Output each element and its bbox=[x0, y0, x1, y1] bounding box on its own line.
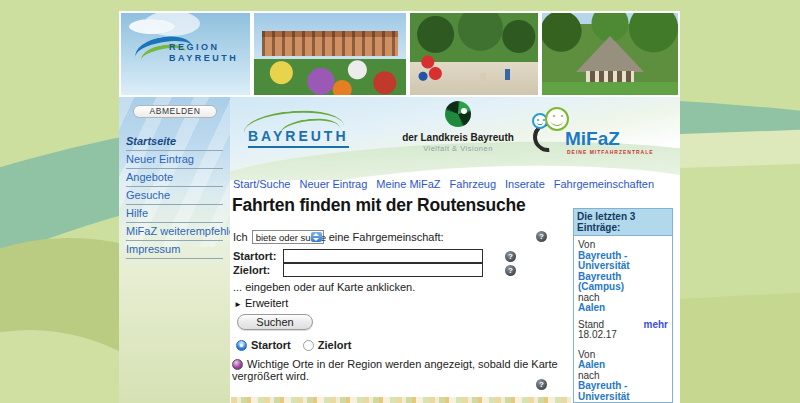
entry-from-link[interactable]: Bayreuth - Universität Bayreuth (Campus) bbox=[578, 251, 668, 293]
latest-entries-list: Von Bayreuth - Universität Bayreuth (Cam… bbox=[574, 236, 672, 403]
startort-label: Startort: bbox=[233, 250, 283, 262]
page-title: Fahrten finden mit der Routensuche bbox=[232, 195, 526, 216]
suchen-button[interactable]: Suchen bbox=[237, 314, 313, 330]
map-note-text: Wichtige Orte in der Region werden angez… bbox=[232, 358, 558, 382]
festspielhaus-building bbox=[262, 31, 398, 56]
logo-strip: BAYREUTH der Landkreis Bayreuth Vielfalt… bbox=[230, 97, 680, 180]
map-help-icon[interactable]: ? bbox=[536, 379, 547, 390]
sidebar-item-neuer-eintrag[interactable]: Neuer Eintrag bbox=[126, 151, 223, 169]
nav-fahrgemeinschaften[interactable]: Fahrgemeinschaften bbox=[554, 178, 654, 190]
child-figure-2 bbox=[480, 73, 486, 82]
stadt-bayreuth-logo[interactable]: BAYREUTH bbox=[248, 127, 349, 148]
sidebar-item-mifaz-weiterempfehlen[interactable]: MiFaZ weiterempfehlen bbox=[126, 223, 223, 241]
sidebar-item-hilfe[interactable]: Hilfe bbox=[126, 205, 223, 223]
fahrgemeinschaft-label: eine Fahrgemeinschaft: bbox=[329, 231, 444, 243]
zielort-row: Zielort: bbox=[233, 263, 483, 277]
zielort-radio-label[interactable]: Zielort bbox=[318, 339, 352, 351]
landkreis-logo-title: der Landkreis Bayreuth bbox=[398, 132, 518, 143]
erweitert-toggle[interactable]: ►Erweitert bbox=[234, 297, 288, 309]
offer-search-row: Ichbiete oder sucheeine Fahrgemeinschaft… bbox=[233, 230, 444, 244]
page-body: ABMELDEN Startseite Neuer Eintrag Angebo… bbox=[119, 97, 680, 403]
region-logo-text: REGION BAYREUTH bbox=[169, 42, 238, 64]
map-edge[interactable] bbox=[231, 397, 571, 403]
von-label: Von bbox=[578, 240, 668, 251]
list-item: Von Bayreuth - Universität Bayreuth (Cam… bbox=[578, 240, 668, 341]
ich-label: Ich bbox=[233, 231, 248, 243]
top-navigation: Start/SucheNeuer EintragMeine MiFaZFahrz… bbox=[233, 178, 663, 190]
radio-row: StartortZielort bbox=[236, 339, 351, 351]
right-band-decoration bbox=[674, 130, 800, 168]
flowerbeds bbox=[254, 59, 406, 95]
entry-to-link[interactable]: Aalen bbox=[578, 303, 668, 314]
farmhouse-wall bbox=[586, 71, 634, 82]
zielort-input[interactable] bbox=[283, 263, 483, 277]
farmhouse-roof bbox=[576, 36, 644, 72]
left-sidebar: ABMELDEN Startseite Neuer Eintrag Angebo… bbox=[119, 97, 230, 403]
mifaz-logo-text: MiFaZ bbox=[565, 128, 620, 150]
red-playground-equipment bbox=[418, 55, 446, 83]
mifaz-logo[interactable]: MiFaZ DEINE MITFAHRZENTRALE bbox=[532, 107, 662, 167]
sidebar-item-impressum[interactable]: Impressum bbox=[126, 241, 223, 259]
startort-input[interactable] bbox=[283, 249, 483, 263]
right-band-decoration-2 bbox=[674, 293, 800, 403]
nav-fahrzeug[interactable]: Fahrzeug bbox=[450, 178, 496, 190]
sidebar-nav: Startseite Neuer Eintrag Angebote Gesuch… bbox=[126, 133, 223, 259]
help-icon[interactable]: ? bbox=[536, 231, 547, 242]
banner-photo-festspielhaus bbox=[252, 11, 408, 97]
banner-photo-farmhouse bbox=[540, 11, 680, 97]
latest-entries-title: Die letzten 3 Einträge: bbox=[574, 209, 672, 236]
map-note-row: Wichtige Orte in der Region werden angez… bbox=[232, 358, 577, 382]
zielort-label: Zielort: bbox=[233, 264, 283, 276]
entry-from-link[interactable]: Aalen bbox=[578, 360, 668, 371]
banner-photo-park bbox=[408, 11, 540, 97]
landkreis-bayreuth-logo[interactable]: der Landkreis Bayreuth Vielfalt & Vision… bbox=[398, 101, 518, 153]
list-item: Von Aalen nach Bayreuth - Universität Ba… bbox=[578, 350, 668, 403]
poi-marker-icon bbox=[232, 359, 243, 370]
header-banner: REGION BAYREUTH bbox=[119, 11, 680, 97]
page-container: REGION BAYREUTH ABMELDEN bbox=[119, 0, 680, 403]
erweitert-label: Erweitert bbox=[245, 297, 288, 309]
logout-button[interactable]: ABMELDEN bbox=[133, 105, 217, 118]
map-hint-text: ... eingeben oder auf Karte anklicken. bbox=[233, 281, 415, 293]
sidebar-item-startseite[interactable]: Startseite bbox=[126, 133, 223, 151]
latest-entries-box: Die letzten 3 Einträge: Von Bayreuth - U… bbox=[573, 208, 673, 403]
banner-photo-region-logo: REGION BAYREUTH bbox=[119, 11, 252, 97]
startort-radio[interactable] bbox=[236, 340, 247, 351]
select-stepper-icon bbox=[311, 232, 322, 242]
zielort-radio[interactable] bbox=[303, 340, 314, 351]
zielort-help-icon[interactable]: ? bbox=[505, 265, 516, 276]
mehr-link[interactable]: mehr bbox=[644, 320, 668, 331]
cloud-decoration bbox=[129, 19, 175, 34]
nav-inserate[interactable]: Inserate bbox=[505, 178, 545, 190]
stand-label: Stand bbox=[578, 319, 604, 330]
entry-date: 18.02.17 bbox=[578, 330, 668, 341]
nav-neuer-eintrag[interactable]: Neuer Eintrag bbox=[299, 178, 367, 190]
child-figure bbox=[505, 69, 510, 80]
nav-start-suche[interactable]: Start/Suche bbox=[233, 178, 290, 190]
triangle-right-icon: ► bbox=[234, 300, 242, 309]
farm-grass bbox=[542, 82, 678, 95]
nav-meine-mifaz[interactable]: Meine MiFaZ bbox=[376, 178, 440, 190]
entry-to-link[interactable]: Bayreuth - Universität Bayreuth (Campus) bbox=[578, 381, 668, 403]
biete-suche-select[interactable]: biete oder suche bbox=[252, 230, 324, 244]
sidebar-item-angebote[interactable]: Angebote bbox=[126, 169, 223, 187]
landkreis-swirl-icon bbox=[445, 101, 471, 127]
landkreis-logo-subtitle: Vielfalt & Visionen bbox=[398, 144, 518, 153]
startort-radio-label[interactable]: Startort bbox=[251, 339, 291, 351]
sidebar-item-gesuche[interactable]: Gesuche bbox=[126, 187, 223, 205]
startort-row: Startort: bbox=[233, 249, 483, 263]
mifaz-logo-tagline: DEINE MITFAHRZENTRALE bbox=[567, 149, 654, 155]
region-bayreuth-logo: REGION BAYREUTH bbox=[137, 37, 249, 81]
startort-help-icon[interactable]: ? bbox=[505, 251, 516, 262]
